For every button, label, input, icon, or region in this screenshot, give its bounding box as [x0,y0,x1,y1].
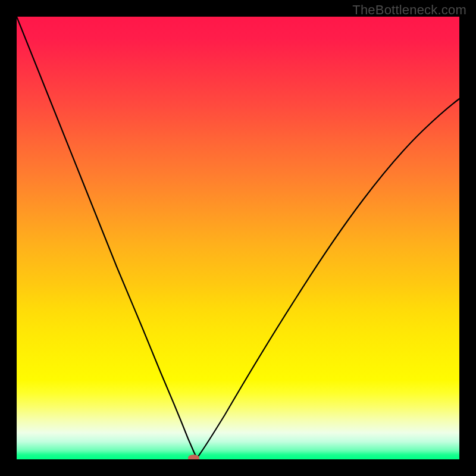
optimal-point-marker [188,455,199,459]
plot-area [17,17,459,459]
bottleneck-curve-path [17,17,459,458]
watermark-text: TheBottleneck.com [352,2,466,18]
bottleneck-curve [17,17,459,459]
